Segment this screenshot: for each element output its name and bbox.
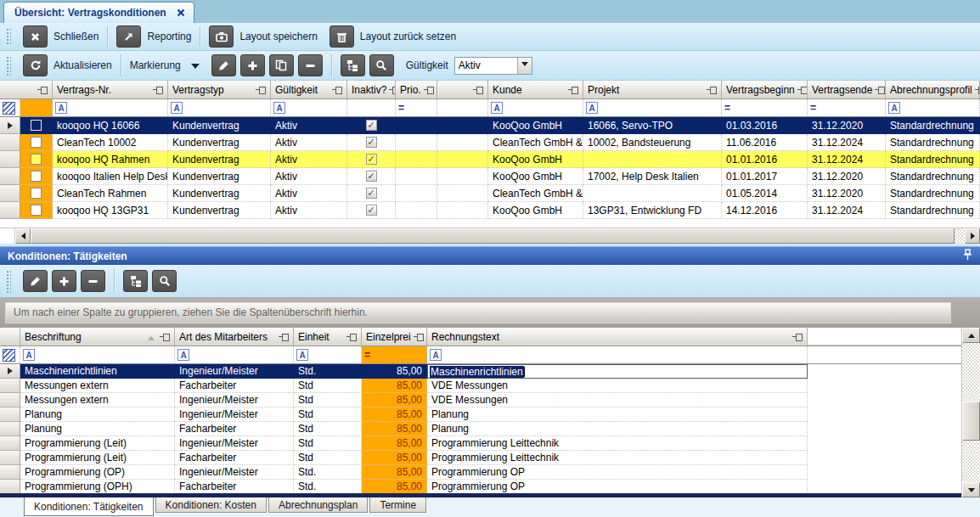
cell-einzelpreis[interactable]: 85,00	[362, 364, 427, 379]
column-header-vertragstyp[interactable]: Vertragstyp	[168, 81, 271, 98]
hscroll-track[interactable]	[955, 228, 965, 244]
cell-einheit[interactable]: Std.	[294, 364, 362, 379]
cell-vertragstyp[interactable]: Kundenvertrag	[168, 151, 271, 168]
cell-rechnungstext-editor[interactable]: Maschinenrichtlinien	[427, 364, 808, 379]
cell-vertrags-nr[interactable]: kooqoo HQ 16066	[53, 117, 168, 134]
inaktiv-checkbox[interactable]: ✓	[366, 154, 377, 165]
cell-vertrags-nr[interactable]: kooqoo HQ Rahmen	[53, 151, 168, 168]
cell-einzelpreis[interactable]: 85,00	[362, 379, 427, 393]
cell-einheit[interactable]: Std	[294, 407, 362, 422]
cell-einheit[interactable]: Std	[294, 379, 362, 393]
refresh-button[interactable]: Aktualisieren	[17, 54, 118, 76]
column-header-empty[interactable]	[437, 81, 488, 98]
cell-prio[interactable]	[396, 185, 437, 202]
cell-einheit[interactable]: Std	[294, 451, 362, 465]
inaktiv-checkbox[interactable]: ✓	[366, 205, 377, 216]
cell-vertrags-nr[interactable]: kooqoo HQ 13GP31	[53, 202, 168, 219]
cell-projekt[interactable]: 10002, Bandsteuerung	[583, 134, 722, 151]
chevron-down-icon[interactable]	[517, 58, 532, 74]
remove-button[interactable]	[298, 54, 323, 76]
mark-checkbox-cell[interactable]	[20, 151, 53, 168]
scroll-right-button[interactable]	[965, 228, 980, 244]
column-header-vertragsbeginn[interactable]: Vertragsbeginn	[722, 81, 808, 98]
cell-vertragsbeginn[interactable]: 01.05.2014	[722, 185, 808, 202]
inaktiv-checkbox[interactable]: ✓	[366, 120, 377, 131]
cell-einzelpreis[interactable]: 85,00	[362, 407, 427, 422]
cell-empty[interactable]	[437, 185, 488, 202]
cell-art-des-mitarbeiters[interactable]: Ingenieur/Meister	[175, 436, 294, 451]
cell-vertragsbeginn[interactable]: 01.01.2017	[722, 168, 808, 185]
cell-projekt[interactable]: 17002, Help Desk Italien	[583, 168, 722, 185]
pin-icon[interactable]	[975, 86, 980, 93]
cell-rechnungstext[interactable]: Planung	[427, 407, 808, 422]
cell-kunde[interactable]: KooQoo GmbH	[488, 151, 583, 168]
cell-gueltigkeit[interactable]: Aktiv	[271, 134, 347, 151]
pin-icon[interactable]	[160, 333, 170, 340]
column-header-rechnungstext[interactable]: Rechnungstext	[427, 328, 808, 346]
group-tree-icon[interactable]	[123, 270, 148, 292]
search-icon[interactable]	[369, 54, 394, 76]
bottom-tab[interactable]: Abrechnungsplan	[268, 497, 368, 513]
filter-vertragstyp[interactable]: A	[168, 99, 271, 116]
cell-rechnungstext[interactable]: Programmierung Leittechnik	[427, 436, 808, 451]
filter-rechnungstext[interactable]: A	[427, 346, 808, 363]
pin-icon[interactable]	[414, 333, 424, 340]
contracts-hscrollbar[interactable]	[0, 228, 980, 244]
cell-art-des-mitarbeiters[interactable]: Ingenieur/Meister	[175, 465, 294, 480]
cell-beschriftung[interactable]: Maschinenrichtlinien	[20, 364, 175, 379]
cell-prio[interactable]	[396, 134, 437, 151]
filter-selector-cell[interactable]	[0, 346, 20, 363]
column-header-art-des-mitarbeiters[interactable]: Art des Mitarbeiters	[175, 328, 294, 346]
cell-art-des-mitarbeiters[interactable]: Ingenieur/Meister	[175, 393, 294, 407]
layout-save-button[interactable]: Layout speichern	[203, 25, 323, 48]
markierung-dropdown[interactable]: Markierung	[124, 59, 206, 71]
cell-kunde[interactable]: CleanTech GmbH &...	[488, 134, 583, 151]
cell-vertragstyp[interactable]: Kundenvertrag	[168, 117, 271, 134]
cell-inaktiv[interactable]: ✓	[347, 185, 396, 202]
contract-row[interactable]: kooqoo HQ 16066KundenvertragAktiv✓KooQoo…	[0, 117, 980, 134]
pin-icon[interactable]	[256, 86, 266, 93]
pin-icon[interactable]	[424, 86, 434, 93]
column-header-beschriftung[interactable]: Beschriftung	[20, 328, 175, 346]
filter-einheit[interactable]: A	[294, 346, 362, 363]
column-header-vertragsende[interactable]: Vertragsende	[808, 81, 886, 98]
cell-inaktiv[interactable]: ✓	[347, 202, 396, 219]
pin-icon[interactable]	[153, 86, 163, 93]
filter-prio[interactable]: =	[396, 99, 437, 116]
tab-close-icon[interactable]	[177, 8, 185, 17]
cell-beschriftung[interactable]: Planung	[20, 407, 175, 422]
cell-vertrags-nr[interactable]: CleanTech Rahmen	[53, 185, 168, 202]
edit-button[interactable]	[211, 54, 236, 76]
filter-beschriftung[interactable]: A	[20, 346, 175, 363]
condition-row[interactable]: Programmierung (Leit)FacharbeiterStd85,0…	[0, 451, 961, 465]
pin-icon[interactable]	[707, 86, 717, 93]
cell-einzelpreis[interactable]: 85,00	[362, 465, 427, 480]
cell-vertragsende[interactable]: 31.12.2020	[808, 168, 886, 185]
cell-empty[interactable]	[437, 202, 488, 219]
column-header-vertrags-nr[interactable]: Vertrags-Nr.	[53, 81, 168, 98]
cell-vertragsende[interactable]: 31.12.2024	[808, 151, 886, 168]
inaktiv-checkbox[interactable]: ✓	[366, 137, 377, 148]
add-button[interactable]	[52, 270, 76, 292]
filter-art[interactable]: A	[175, 346, 294, 363]
bottom-tab[interactable]: Konditionen: Kosten	[155, 497, 267, 513]
cell-gueltigkeit[interactable]: Aktiv	[271, 168, 347, 185]
cell-abrechnungsprofil[interactable]: Standardrechnung	[886, 117, 980, 134]
cell-vertragstyp[interactable]: Kundenvertrag	[168, 202, 271, 219]
cell-art-des-mitarbeiters[interactable]: Facharbeiter	[175, 422, 294, 436]
filter-mark-cell[interactable]	[20, 99, 53, 116]
cell-vertragsende[interactable]: 31.12.2024	[808, 202, 886, 219]
cell-rechnungstext[interactable]: VDE Messungen	[427, 379, 808, 393]
pin-icon[interactable]	[875, 86, 885, 93]
cell-vertrags-nr[interactable]: CleanTech 10002	[53, 134, 168, 151]
cell-einheit[interactable]: Std.	[294, 480, 362, 493]
cell-art-des-mitarbeiters[interactable]: Ingenieur/Meister	[175, 364, 294, 379]
edit-button[interactable]	[23, 270, 48, 292]
cell-einheit[interactable]: Std	[294, 393, 362, 407]
cell-art-des-mitarbeiters[interactable]: Facharbeiter	[175, 451, 294, 465]
hscroll-thumb[interactable]	[31, 228, 955, 244]
cell-abrechnungsprofil[interactable]: Standardrechnung	[886, 202, 980, 219]
filter-gueltigkeit[interactable]: A	[271, 99, 347, 116]
cell-inaktiv[interactable]: ✓	[347, 151, 396, 168]
group-by-drop-zone[interactable]: Um nach einer Spalte zu gruppieren, zieh…	[5, 302, 951, 323]
